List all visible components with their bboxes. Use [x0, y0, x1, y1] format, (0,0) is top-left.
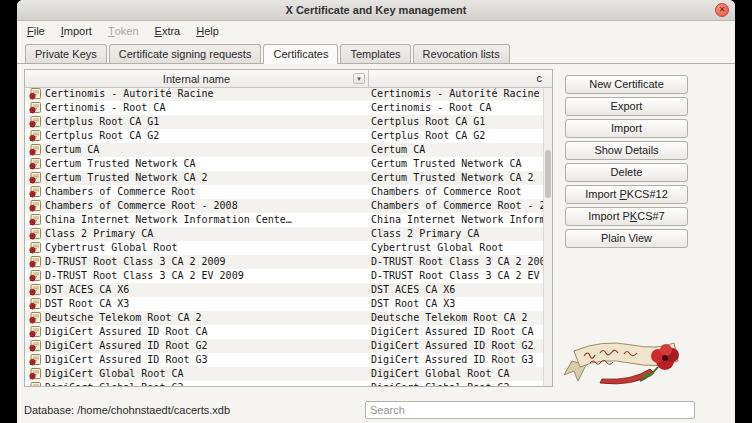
certificate-icon: [28, 354, 42, 366]
cell-common-name: DigiCert Assured ID Root G2: [371, 339, 543, 353]
cell-common-name: Chambers of Commerce Root: [371, 185, 543, 199]
certificate-icon: [28, 102, 42, 114]
table-row[interactable]: DigiCert Global Root CADigiCert Global R…: [25, 367, 543, 381]
table-row[interactable]: DST ACES CA X6DST ACES CA X6: [25, 283, 543, 297]
cell-common-name: DigiCert Assured ID Root CA: [371, 325, 543, 339]
certificate-icon: [28, 326, 42, 338]
table-row[interactable]: Certum CACertum CA: [25, 143, 543, 157]
plain-view-button[interactable]: Plain View: [565, 229, 688, 248]
certificate-icon: [28, 256, 42, 268]
cell-common-name: Certum Trusted Network CA 2: [371, 171, 543, 185]
titlebar[interactable]: X Certificate and Key management ✕: [17, 0, 735, 21]
sort-indicator-icon[interactable]: ▾: [353, 73, 365, 84]
cell-internal-name: Certplus Root CA G2: [45, 129, 367, 143]
table-row[interactable]: D-TRUST Root Class 3 CA 2 2009D-TRUST Ro…: [25, 255, 543, 269]
cell-internal-name: DigiCert Global Root G2: [45, 381, 367, 386]
menu-file[interactable]: File: [19, 21, 53, 40]
certificate-icon: [28, 88, 42, 100]
certificate-icon: [28, 144, 42, 156]
search-input[interactable]: [365, 401, 695, 419]
cell-internal-name: Certum CA: [45, 143, 367, 157]
tab-certificate-signing-requests[interactable]: Certificate signing requests: [109, 44, 262, 63]
table-row[interactable]: Certplus Root CA G1Certplus Root CA G1: [25, 115, 543, 129]
scrollbar-thumb[interactable]: [545, 150, 551, 198]
cell-common-name: Certinomis - Autorité Racine: [371, 87, 543, 101]
menu-token: Token: [100, 21, 147, 40]
cell-common-name: China Internet Network Information Cente…: [371, 213, 543, 227]
cell-internal-name: China Internet Network Information Cente…: [45, 213, 367, 227]
table-row[interactable]: DigiCert Global Root G2DigiCert Global R…: [25, 381, 543, 386]
column-header-label: Internal name: [163, 73, 230, 85]
cell-common-name: Certplus Root CA G1: [371, 115, 543, 129]
action-panel: New CertificateExportImportShow DetailsD…: [565, 69, 696, 389]
table-row[interactable]: Class 2 Primary CAClass 2 Primary CA: [25, 227, 543, 241]
cell-common-name: Certum CA: [371, 143, 543, 157]
table-row[interactable]: Chambers of Commerce RootChambers of Com…: [25, 185, 543, 199]
certificate-icon: [28, 270, 42, 282]
show-details-button[interactable]: Show Details: [565, 141, 688, 160]
cell-common-name: Certum Trusted Network CA: [371, 157, 543, 171]
vertical-scrollbar[interactable]: [543, 87, 552, 386]
table-row[interactable]: Cybertrust Global RootCybertrust Global …: [25, 241, 543, 255]
cell-common-name: D-TRUST Root Class 3 CA 2 2009: [371, 255, 543, 269]
cell-internal-name: DST Root CA X3: [45, 297, 367, 311]
table-row[interactable]: DigiCert Assured ID Root G2DigiCert Assu…: [25, 339, 543, 353]
import-pkcs-7-button[interactable]: Import PKCS#7: [565, 207, 688, 226]
certificate-icon: [28, 298, 42, 310]
cell-internal-name: DigiCert Assured ID Root CA: [45, 325, 367, 339]
certificate-icon: [28, 116, 42, 128]
cell-internal-name: D-TRUST Root Class 3 CA 2 EV 2009: [45, 269, 367, 283]
delete-button[interactable]: Delete: [565, 163, 688, 182]
table-row[interactable]: DigiCert Assured ID Root CADigiCert Assu…: [25, 325, 543, 339]
cell-common-name: Deutsche Telekom Root CA 2: [371, 311, 543, 325]
certificate-icon: [28, 130, 42, 142]
new-certificate-button[interactable]: New Certificate: [565, 75, 688, 94]
table-row[interactable]: Deutsche Telekom Root CA 2Deutsche Telek…: [25, 311, 543, 325]
certificate-icon: [28, 200, 42, 212]
cell-internal-name: Chambers of Commerce Root: [45, 185, 367, 199]
tab-certificates[interactable]: Certificates: [263, 44, 338, 64]
cell-common-name: D-TRUST Root Class 3 CA 2 EV 2009: [371, 269, 543, 283]
cell-internal-name: Certplus Root CA G1: [45, 115, 367, 129]
export-button[interactable]: Export: [565, 97, 688, 116]
column-header-internal-name[interactable]: Internal name ▾: [25, 70, 369, 87]
tab-revocation-lists[interactable]: Revocation lists: [413, 44, 510, 63]
certificate-icon: [28, 186, 42, 198]
table-row[interactable]: DigiCert Assured ID Root G3DigiCert Assu…: [25, 353, 543, 367]
cell-common-name: DigiCert Assured ID Root G3: [371, 353, 543, 367]
column-header-second[interactable]: c: [370, 70, 543, 87]
table-row[interactable]: Certinomis - Root CACertinomis - Root CA: [25, 101, 543, 115]
import-button[interactable]: Import: [565, 119, 688, 138]
cell-common-name: DigiCert Global Root CA: [371, 367, 543, 381]
menu-help[interactable]: Help: [188, 21, 227, 40]
table-row[interactable]: China Internet Network Information Cente…: [25, 213, 543, 227]
table-row[interactable]: Certum Trusted Network CACertum Trusted …: [25, 157, 543, 171]
cell-internal-name: Cybertrust Global Root: [45, 241, 367, 255]
xca-logo-banner: [562, 323, 692, 389]
tab-private-keys[interactable]: Private Keys: [25, 44, 107, 63]
cell-internal-name: Deutsche Telekom Root CA 2: [45, 311, 367, 325]
cell-common-name: Cybertrust Global Root: [371, 241, 543, 255]
certificate-icon: [28, 340, 42, 352]
table-row[interactable]: Certinomis - Autorité RacineCertinomis -…: [25, 87, 543, 101]
table-row[interactable]: Certplus Root CA G2Certplus Root CA G2: [25, 129, 543, 143]
tab-templates[interactable]: Templates: [340, 44, 410, 63]
cell-internal-name: D-TRUST Root Class 3 CA 2 2009: [45, 255, 367, 269]
menu-extra[interactable]: Extra: [147, 21, 189, 40]
cell-common-name: Class 2 Primary CA: [371, 227, 543, 241]
import-pkcs-12-button[interactable]: Import PKCS#12: [565, 185, 688, 204]
certificate-icon: [28, 214, 42, 226]
close-button[interactable]: ✕: [715, 3, 729, 17]
certificates-table[interactable]: Internal name ▾ c Certinomis - Autorité …: [24, 69, 553, 387]
menu-import[interactable]: Import: [53, 21, 100, 40]
table-row[interactable]: D-TRUST Root Class 3 CA 2 EV 2009D-TRUST…: [25, 269, 543, 283]
table-row[interactable]: Certum Trusted Network CA 2Certum Truste…: [25, 171, 543, 185]
table-row[interactable]: Chambers of Commerce Root - 2008Chambers…: [25, 199, 543, 213]
table-body: Certinomis - Autorité RacineCertinomis -…: [25, 87, 543, 386]
certificate-icon: [28, 172, 42, 184]
menubar: FileImportTokenExtraHelp: [17, 21, 735, 40]
table-row[interactable]: DST Root CA X3DST Root CA X3: [25, 297, 543, 311]
column-header-label: c: [537, 72, 543, 84]
cell-internal-name: Chambers of Commerce Root - 2008: [45, 199, 367, 213]
certificate-icon: [28, 382, 42, 386]
